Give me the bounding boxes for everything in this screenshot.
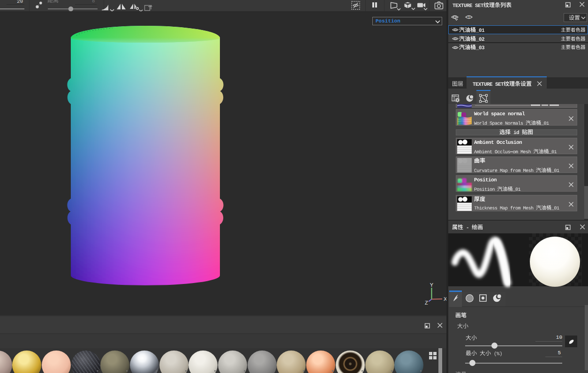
svg-text:1: 1 (468, 15, 470, 20)
svg-text:Y: Y (430, 282, 434, 288)
svg-text:Z: Z (425, 300, 428, 306)
